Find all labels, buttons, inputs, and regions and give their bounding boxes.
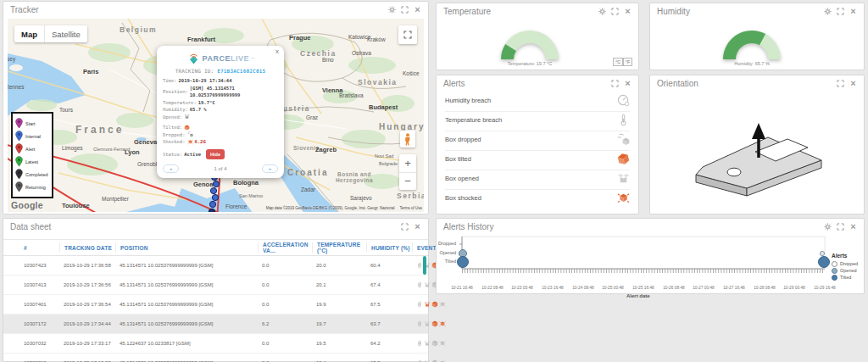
terms-link[interactable]: Terms of Use — [399, 206, 422, 210]
legend-label: Opened — [840, 268, 857, 273]
box-opened-icon — [424, 320, 431, 327]
expand-icon[interactable] — [837, 80, 844, 87]
expand-icon[interactable] — [401, 223, 409, 231]
chart-legend: Alerts Dropped Opened Tilted — [832, 253, 858, 281]
gear-icon[interactable] — [824, 8, 832, 15]
table-row[interactable]: 103070322019-10-29 17:33:1745.1224637 10… — [3, 334, 428, 354]
column-header: POSITION — [115, 242, 258, 253]
alert-label: Temperature breach — [445, 116, 502, 124]
x-tick-label: 10-25 16:48 — [626, 286, 660, 290]
table-row[interactable]: 103074232019-10-29 17:36:5845.1314571 10… — [3, 256, 428, 276]
map-button[interactable]: Map — [14, 25, 45, 42]
attachment-icon — [416, 262, 423, 269]
gear-icon[interactable] — [598, 8, 606, 15]
close-icon[interactable]: × — [414, 223, 421, 231]
close-icon[interactable]: × — [624, 8, 632, 15]
panel-title: Orientation — [657, 79, 698, 88]
alert-item: Box shocked — [445, 187, 630, 209]
alert-label: Humidity breach — [445, 97, 491, 104]
y-axis-label: Tilted — [431, 259, 456, 264]
device-orientation-figure — [650, 91, 865, 214]
pegman-icon[interactable] — [400, 131, 415, 148]
expand-icon[interactable] — [837, 8, 844, 15]
gear-icon[interactable] — [388, 6, 396, 14]
map-zoom-control: + − — [399, 154, 416, 190]
legend-label: Start — [25, 121, 36, 126]
close-icon[interactable]: × — [849, 8, 857, 15]
column-header: HUMIDITY (%) — [366, 242, 412, 253]
expand-icon[interactable] — [611, 8, 619, 15]
map[interactable]: Belgium Frankfurt Prague Czechia Katowic… — [8, 19, 424, 212]
zoom-in-button[interactable]: + — [399, 154, 416, 173]
brand-text: PARCELIVE — [203, 54, 249, 63]
box-shocked-icon — [439, 340, 446, 347]
popup-shocked: Shocked:6.2G — [163, 138, 278, 146]
chart-point-tilted — [819, 257, 830, 268]
legend-label: Alert — [25, 147, 35, 152]
celsius-button[interactable]: °C — [613, 58, 623, 66]
expand-icon[interactable] — [611, 80, 619, 87]
datasheet-panel: Data sheet × # TRACKING DATE POSITION AC… — [3, 218, 429, 362]
x-tick-label: 10-28 08:48 — [748, 286, 782, 290]
legend-label: Returning — [25, 185, 46, 190]
box-shocked-icon — [187, 139, 193, 145]
chart-point-tilted — [458, 257, 469, 268]
close-icon[interactable]: × — [624, 80, 632, 87]
legend-item: Completed — [15, 168, 49, 181]
column-header: TEMPERATURE (°C) — [312, 242, 366, 253]
x-tick-label: 10-26 08:48 — [657, 286, 691, 290]
legend-label: Latest — [25, 159, 38, 164]
box-shocked-icon — [439, 320, 446, 327]
legend-label: Interval — [25, 134, 41, 139]
box-opened-icon — [424, 301, 431, 308]
legend-item: Latest — [15, 155, 49, 168]
popup-close-icon[interactable]: x — [275, 47, 279, 55]
box-tilted-icon — [615, 151, 631, 166]
close-icon[interactable]: × — [849, 80, 857, 87]
table-scrollbar[interactable] — [423, 256, 426, 275]
pager-next-button[interactable]: » — [262, 164, 278, 173]
fahrenheit-button[interactable]: °F — [623, 58, 632, 66]
gauge-value-label: Temperature: 19.7 °C — [479, 61, 581, 66]
popup-opened: Opened: — [163, 114, 278, 121]
box-opened-icon — [424, 340, 431, 347]
alert-label: Box dropped — [445, 136, 481, 143]
zoom-out-button[interactable]: − — [399, 173, 416, 191]
x-axis-title: Alert date — [626, 293, 650, 298]
map-type-control: Map Satellite — [14, 25, 87, 42]
x-tick-label: 10-29 00:48 — [777, 286, 811, 290]
box-dropped-icon — [617, 133, 630, 146]
google-logo: Google — [11, 200, 43, 210]
close-icon[interactable]: × — [414, 6, 421, 14]
alert-label: Box tilted — [445, 155, 471, 163]
expand-icon[interactable] — [401, 6, 409, 14]
x-tick-label: 10-23 00:48 — [505, 286, 539, 290]
hide-button[interactable]: Hide — [206, 149, 225, 160]
humidity-panel: Humidity × Humidity: 65.7 % — [649, 3, 865, 70]
table-row[interactable]: 103074132019-10-29 17:36:5645.1314571 10… — [3, 276, 428, 295]
pager-prev-button[interactable]: « — [163, 164, 179, 173]
legend-item: Dropped — [832, 260, 858, 267]
table-row[interactable]: 103058122019-10-29 17:18:2845.1314571 10… — [3, 354, 428, 362]
column-header: TRACKING DATE — [59, 242, 115, 253]
table-row-selected[interactable]: 103071722019-10-29 17:34:4445.1314571 10… — [3, 315, 428, 334]
map-fullscreen-button[interactable] — [398, 25, 417, 44]
popup-position: Position:[GSM] 45.1314571 10.02537699999… — [163, 85, 278, 99]
parcelive-logo: PARCELIVE ™ — [163, 53, 278, 64]
x-tick-label: 10-22 08:48 — [476, 286, 509, 290]
box-shocked-icon — [617, 192, 630, 204]
tracker-panel: Tracker × — [3, 1, 429, 214]
gauge-value-label: Humidity: 65.7 % — [701, 61, 803, 66]
attribution-text: Map data ©2019 GeoBasis-DE/BKG (©2009), … — [266, 206, 395, 210]
legend-label: Tilted — [840, 275, 851, 280]
attachment-icon — [416, 281, 423, 288]
unit-toggle: °C °F — [613, 58, 632, 66]
data-table: # TRACKING DATE POSITION ACCELERATION VA… — [3, 239, 428, 362]
table-row[interactable]: 103074012019-10-29 17:36:5445.1314571 10… — [3, 295, 428, 315]
legend-item: Returning — [15, 181, 49, 193]
table-header: # TRACKING DATE POSITION ACCELERATION VA… — [3, 239, 428, 256]
satellite-button[interactable]: Satellite — [45, 25, 87, 42]
box-opened-icon — [184, 114, 190, 120]
humidity-gauge-icon — [617, 94, 630, 107]
chart-point-opened — [820, 251, 824, 255]
